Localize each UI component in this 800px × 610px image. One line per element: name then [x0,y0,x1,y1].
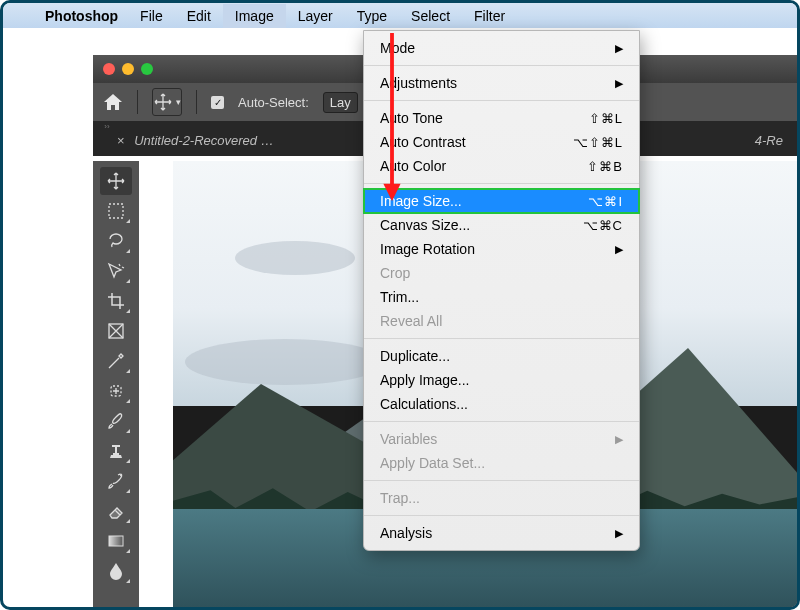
menu-item-canvas-size[interactable]: Canvas Size...⌥⌘C [364,213,639,237]
tab-label: Untitled-2-Recovered … [134,133,273,148]
tab-label: 4-Re [755,133,783,148]
menu-select[interactable]: Select [399,4,462,28]
shortcut-label: ⌥⌘C [583,218,623,233]
app-name[interactable]: Photoshop [35,8,128,24]
shortcut-label: ⌥⌘I [588,194,623,209]
menu-item-trap: Trap... [364,486,639,510]
divider [137,90,138,114]
menu-item-image-size[interactable]: Image Size...⌥⌘I [364,189,639,213]
submenu-arrow-icon: ▶ [615,243,623,256]
menu-separator [364,100,639,101]
menu-edit[interactable]: Edit [175,4,223,28]
auto-select-dropdown[interactable]: Lay [323,92,358,113]
frame-tool-icon[interactable] [100,317,132,345]
chevron-down-icon: ▾ [176,97,181,107]
image-menu-dropdown: Mode▶ Adjustments▶ Auto Tone⇧⌘L Auto Con… [363,30,640,551]
menu-item-mode[interactable]: Mode▶ [364,36,639,60]
menu-item-trim[interactable]: Trim... [364,285,639,309]
menu-layer[interactable]: Layer [286,4,345,28]
tool-preset-move-icon[interactable]: ▾ [152,88,182,116]
menu-item-apply-data-set: Apply Data Set... [364,451,639,475]
move-tool-icon[interactable] [100,167,132,195]
menu-separator [364,515,639,516]
submenu-arrow-icon: ▶ [615,77,623,90]
menu-item-auto-contrast[interactable]: Auto Contrast⌥⇧⌘L [364,130,639,154]
shortcut-label: ⇧⌘B [587,159,623,174]
submenu-arrow-icon: ▶ [615,42,623,55]
svg-rect-0 [109,204,123,218]
menu-filter[interactable]: Filter [462,4,517,28]
menu-type[interactable]: Type [345,4,399,28]
divider [196,90,197,114]
menu-separator [364,421,639,422]
menu-item-variables: Variables▶ [364,427,639,451]
auto-select-value: Lay [330,95,351,110]
submenu-arrow-icon: ▶ [615,433,623,446]
menu-file[interactable]: File [128,4,175,28]
menu-item-auto-color[interactable]: Auto Color⇧⌘B [364,154,639,178]
panel-handle[interactable]: ›› [93,121,121,133]
menu-item-auto-tone[interactable]: Auto Tone⇧⌘L [364,106,639,130]
menu-separator [364,183,639,184]
document-tab[interactable]: × Untitled-2-Recovered … [103,125,288,156]
window-maximize-button[interactable] [141,63,153,75]
menu-separator [364,65,639,66]
home-icon[interactable] [103,93,123,111]
menu-image[interactable]: Image [223,4,286,28]
menu-item-crop: Crop [364,261,639,285]
menu-separator [364,480,639,481]
menu-item-apply-image[interactable]: Apply Image... [364,368,639,392]
menu-separator [364,338,639,339]
menu-item-calculations[interactable]: Calculations... [364,392,639,416]
auto-select-label: Auto-Select: [238,95,309,110]
mac-menu-bar: Photoshop File Edit Image Layer Type Sel… [3,3,797,28]
menu-item-image-rotation[interactable]: Image Rotation▶ [364,237,639,261]
menu-item-adjustments[interactable]: Adjustments▶ [364,71,639,95]
window-minimize-button[interactable] [122,63,134,75]
auto-select-checkbox[interactable]: ✓ [211,96,224,109]
document-tab[interactable]: 4-Re [741,125,797,156]
menu-item-analysis[interactable]: Analysis▶ [364,521,639,545]
window-close-button[interactable] [103,63,115,75]
tools-panel [93,161,139,607]
svg-rect-3 [109,536,123,546]
menu-item-reveal-all: Reveal All [364,309,639,333]
shortcut-label: ⌥⇧⌘L [573,135,623,150]
tab-close-icon[interactable]: × [117,133,125,148]
shortcut-label: ⇧⌘L [589,111,623,126]
menu-item-duplicate[interactable]: Duplicate... [364,344,639,368]
submenu-arrow-icon: ▶ [615,527,623,540]
